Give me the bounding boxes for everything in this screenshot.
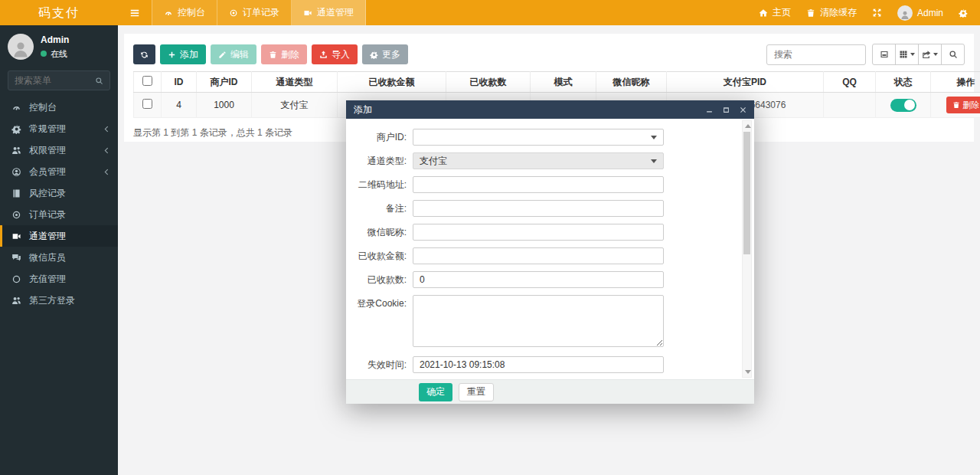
wechat-nickname-label: 微信昵称:: [346, 224, 413, 241]
received-count-input[interactable]: [413, 271, 664, 288]
qrcode-url-label: 二维码地址:: [346, 176, 413, 193]
clear-cache-link[interactable]: 清除缓存: [806, 6, 857, 19]
add-dialog-header[interactable]: 添加: [346, 100, 754, 119]
home-label: 主页: [773, 6, 791, 19]
refresh-button[interactable]: [133, 44, 155, 64]
sidebar-item-label: 权限管理: [29, 144, 66, 157]
sidebar-item-wechat-clerk[interactable]: 微信店员: [0, 247, 118, 268]
toolbar-buttons: 添加 编辑 删除 导入 更多: [133, 44, 408, 64]
settings-button[interactable]: [959, 8, 968, 18]
sidebar-item-permission-management[interactable]: 权限管理: [0, 139, 118, 161]
col-id: ID: [162, 72, 197, 93]
row-delete-button[interactable]: 删除: [946, 97, 980, 113]
export-button[interactable]: [918, 44, 942, 65]
expire-time-input[interactable]: [413, 356, 664, 373]
gauge-icon: [11, 103, 21, 113]
top-navbar: 码支付 控制台 订单记录 通道管理 主页 清除缓存 Admin: [0, 0, 980, 25]
sidebar-item-label: 订单记录: [29, 208, 66, 221]
wechat-nickname-input[interactable]: [413, 224, 664, 241]
received-amount-input[interactable]: [413, 247, 664, 264]
table-header-row: ID 商户ID 通道类型 已收款金额 已收款数 模式 微信昵称 支付宝PID Q…: [134, 72, 980, 93]
more-button[interactable]: 更多: [362, 44, 408, 64]
caret-down-icon: [933, 53, 938, 56]
trash-icon: [806, 8, 815, 18]
channel-type-select-value: 支付宝: [413, 152, 664, 169]
scroll-down-arrow-icon[interactable]: [745, 370, 751, 374]
export-icon: [922, 50, 931, 59]
expand-arrows-icon: [872, 8, 882, 18]
sidebar-search-input[interactable]: [15, 75, 95, 86]
sidebar-toggle-button[interactable]: [118, 0, 152, 25]
chevron-left-icon: [103, 147, 110, 154]
add-button[interactable]: 添加: [160, 44, 206, 64]
chevron-left-icon: [103, 126, 110, 133]
modal-scrollbar[interactable]: [742, 120, 752, 378]
gear-icon: [959, 8, 968, 18]
maximize-icon[interactable]: [723, 106, 730, 113]
select-all-checkbox[interactable]: [142, 76, 152, 86]
table-search-input[interactable]: [766, 44, 866, 65]
select-all-header: [134, 72, 162, 93]
toolbar-right: [766, 44, 965, 65]
sidebar-item-channel-management[interactable]: 通道管理: [0, 225, 118, 247]
bars-icon: [129, 8, 140, 18]
sidebar-item-label: 控制台: [29, 101, 57, 114]
sidebar-item-order-records[interactable]: 订单记录: [0, 204, 118, 225]
tab-order-records-label: 订单记录: [243, 6, 279, 19]
row-checkbox[interactable]: [142, 99, 152, 109]
login-cookie-label: 登录Cookie:: [346, 295, 413, 349]
col-received-count: 已收款数: [446, 72, 531, 93]
home-link[interactable]: 主页: [759, 6, 791, 19]
caret-down-icon: [910, 53, 915, 56]
circle-icon: [11, 274, 21, 284]
sidebar-item-risk-records[interactable]: 风控记录: [0, 182, 118, 204]
sidebar-item-recharge-management[interactable]: 充值管理: [0, 268, 118, 290]
sidebar-item-console[interactable]: 控制台: [0, 97, 118, 118]
edit-button[interactable]: 编辑: [211, 44, 256, 64]
sidebar-menu: 控制台 常规管理 权限管理 会员管理 风控记录 订单记录 通道管理 微信店员 充…: [0, 97, 118, 311]
tab-console[interactable]: 控制台: [152, 0, 217, 25]
tab-channel-management-label: 通道管理: [317, 6, 354, 19]
fullscreen-button[interactable]: [872, 8, 882, 18]
status-toggle[interactable]: [890, 99, 916, 112]
avatar: [8, 34, 34, 60]
toggle-view-button[interactable]: [872, 44, 896, 65]
sidebar-search: [8, 70, 110, 90]
merchant-id-select[interactable]: [413, 129, 664, 146]
received-amount-label: 已收款金额:: [346, 247, 413, 264]
tab-channel-management[interactable]: 通道管理: [292, 0, 366, 25]
delete-button[interactable]: 删除: [261, 44, 307, 64]
qrcode-url-input[interactable]: [413, 176, 664, 193]
row-id: 4: [162, 93, 197, 118]
sidebar-item-label: 微信店员: [29, 251, 66, 264]
user-status: 在线: [41, 48, 69, 60]
row-qq: [824, 93, 876, 118]
import-button[interactable]: 导入: [312, 44, 358, 64]
scrollbar-thumb[interactable]: [743, 132, 750, 254]
reset-button[interactable]: 重置: [459, 383, 494, 401]
close-icon[interactable]: [740, 106, 746, 113]
gear-icon: [370, 51, 378, 59]
channel-type-select[interactable]: 支付宝: [413, 152, 664, 169]
table-toolbar: 添加 编辑 删除 导入 更多: [124, 34, 974, 71]
columns-button[interactable]: [895, 44, 919, 65]
sidebar-item-label: 会员管理: [29, 165, 66, 179]
minimize-icon[interactable]: [706, 106, 713, 113]
sidebar-item-member-management[interactable]: 会员管理: [0, 161, 118, 182]
sidebar-item-general-management[interactable]: 常规管理: [0, 118, 118, 139]
sidebar-item-third-party-login[interactable]: 第三方登录: [0, 290, 118, 311]
edit-button-label: 编辑: [230, 48, 249, 61]
remark-input[interactable]: [413, 200, 664, 217]
scroll-up-arrow-icon[interactable]: [745, 124, 751, 128]
user-silhouette-icon: [11, 40, 31, 60]
user-menu[interactable]: Admin: [897, 5, 943, 21]
clock-icon: [229, 8, 238, 18]
row-status-cell: [876, 93, 931, 118]
search-toggle-button[interactable]: [941, 44, 965, 65]
user-menu-label: Admin: [917, 8, 943, 18]
refresh-icon: [140, 51, 149, 59]
confirm-button[interactable]: 确定: [419, 383, 452, 401]
login-cookie-textarea[interactable]: [413, 295, 664, 347]
tab-order-records[interactable]: 订单记录: [217, 0, 292, 25]
user-icon: [900, 10, 910, 21]
